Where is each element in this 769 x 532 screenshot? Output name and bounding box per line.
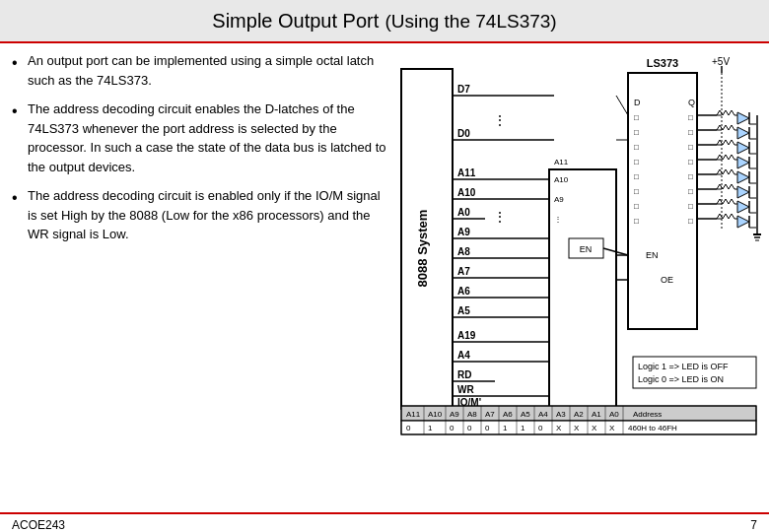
svg-text:□: □: [688, 217, 693, 226]
slide: Simple Output Port (Using the 74LS373) A…: [0, 0, 769, 532]
title-sub: (Using the 74LS373): [384, 11, 556, 32]
title-bar: Simple Output Port (Using the 74LS373): [0, 0, 769, 43]
svg-text:A10: A10: [554, 175, 569, 184]
slide-title: Simple Output Port (Using the 74LS373): [16, 8, 753, 33]
svg-text:□: □: [688, 202, 693, 211]
svg-text:OE: OE: [661, 275, 673, 285]
svg-text:0: 0: [406, 424, 411, 432]
svg-text:⋮: ⋮: [493, 209, 507, 225]
svg-line-70: [616, 96, 628, 115]
svg-text:Logic 0 => LED is ON: Logic 0 => LED is ON: [638, 374, 724, 384]
svg-text:0: 0: [450, 424, 454, 432]
svg-text:A11: A11: [554, 158, 569, 166]
svg-text:LS373: LS373: [647, 57, 678, 69]
circuit-diagram: 8088 System D7 ⋮ D0 A11 A11: [396, 51, 761, 504]
svg-text:D: D: [634, 98, 641, 107]
svg-text:X: X: [592, 424, 597, 432]
svg-text:EN: EN: [580, 244, 593, 254]
bullet-3: The address decoding circuit is enabled …: [12, 186, 386, 244]
svg-text:□: □: [688, 128, 693, 137]
svg-text:A6: A6: [503, 410, 513, 419]
svg-text:□: □: [634, 172, 639, 181]
svg-text:A0: A0: [609, 410, 619, 419]
svg-text:A0: A0: [457, 207, 470, 218]
svg-marker-84: [737, 127, 749, 139]
svg-text:A1: A1: [592, 410, 601, 419]
right-panel: 8088 System D7 ⋮ D0 A11 A11: [396, 51, 761, 504]
svg-text:A8: A8: [467, 410, 477, 419]
svg-text:A5: A5: [521, 410, 530, 419]
svg-text:460H to 46FH: 460H to 46FH: [628, 424, 677, 432]
svg-text:WR: WR: [457, 384, 474, 395]
svg-text:X: X: [556, 424, 562, 432]
svg-text:□: □: [634, 113, 639, 122]
svg-text:A5: A5: [457, 305, 470, 316]
svg-marker-96: [737, 216, 749, 228]
footer: ACOE243 7: [0, 512, 769, 532]
svg-text:□: □: [688, 113, 693, 122]
svg-rect-43: [628, 73, 697, 329]
svg-text:1: 1: [521, 424, 525, 432]
svg-text:Q: Q: [688, 98, 695, 107]
title-main: Simple Output Port: [212, 10, 379, 32]
svg-marker-90: [737, 171, 749, 183]
svg-text:A7: A7: [457, 266, 470, 277]
svg-text:□: □: [688, 158, 693, 166]
svg-text:A11: A11: [457, 167, 476, 178]
svg-text:□: □: [634, 217, 639, 226]
svg-text:A19: A19: [457, 330, 476, 341]
svg-text:A10: A10: [457, 187, 476, 198]
svg-text:D0: D0: [457, 128, 470, 139]
svg-text:A8: A8: [457, 246, 470, 257]
svg-text:⋮: ⋮: [493, 112, 507, 128]
svg-text:A10: A10: [428, 410, 443, 419]
svg-text:□: □: [688, 172, 693, 181]
svg-text:8088 System: 8088 System: [415, 210, 430, 288]
svg-text:EN: EN: [646, 250, 659, 260]
left-panel: An output port can be implemented using …: [12, 51, 386, 504]
svg-text:RD: RD: [457, 369, 471, 380]
svg-text:A4: A4: [538, 410, 548, 419]
svg-text:D7: D7: [457, 84, 470, 95]
svg-text:A9: A9: [554, 195, 564, 204]
svg-text:A2: A2: [574, 410, 584, 419]
svg-marker-92: [737, 186, 749, 198]
svg-marker-88: [737, 157, 749, 168]
svg-text:0: 0: [467, 424, 472, 432]
svg-text:□: □: [634, 187, 639, 196]
svg-text:Logic 1 => LED is OFF: Logic 1 => LED is OFF: [638, 362, 729, 371]
footer-right: 7: [750, 518, 757, 532]
svg-text:□: □: [634, 143, 639, 152]
svg-text:X: X: [609, 424, 615, 432]
svg-text:1: 1: [503, 424, 508, 432]
svg-text:□: □: [634, 128, 639, 137]
svg-text:A7: A7: [485, 410, 495, 419]
svg-text:A11: A11: [406, 410, 421, 419]
svg-text:1: 1: [428, 424, 433, 432]
svg-text:Address: Address: [633, 410, 662, 419]
svg-text:□: □: [688, 187, 693, 196]
svg-marker-86: [737, 142, 749, 154]
svg-text:0: 0: [538, 424, 543, 432]
footer-left: ACOE243: [12, 518, 65, 532]
svg-text:X: X: [574, 424, 580, 432]
svg-marker-82: [737, 112, 749, 124]
svg-text:A3: A3: [556, 410, 566, 419]
bullet-1: An output port can be implemented using …: [12, 51, 386, 90]
svg-text:A6: A6: [457, 286, 470, 297]
svg-rect-42: [549, 169, 616, 426]
svg-text:A9: A9: [450, 410, 459, 419]
svg-text:A4: A4: [457, 350, 470, 361]
bullet-2: The address decoding circuit enables the…: [12, 100, 386, 176]
bullet-list: An output port can be implemented using …: [12, 51, 386, 244]
svg-text:□: □: [634, 158, 639, 166]
diagram-container: 8088 System D7 ⋮ D0 A11 A11: [396, 51, 761, 504]
content-area: An output port can be implemented using …: [0, 43, 769, 512]
svg-text:□: □: [634, 202, 639, 211]
svg-marker-94: [737, 201, 749, 213]
svg-text:+5V: +5V: [712, 56, 730, 67]
svg-text:A9: A9: [457, 227, 470, 237]
svg-text:0: 0: [485, 424, 490, 432]
svg-text:⋮: ⋮: [554, 215, 562, 224]
svg-text:□: □: [688, 143, 693, 152]
